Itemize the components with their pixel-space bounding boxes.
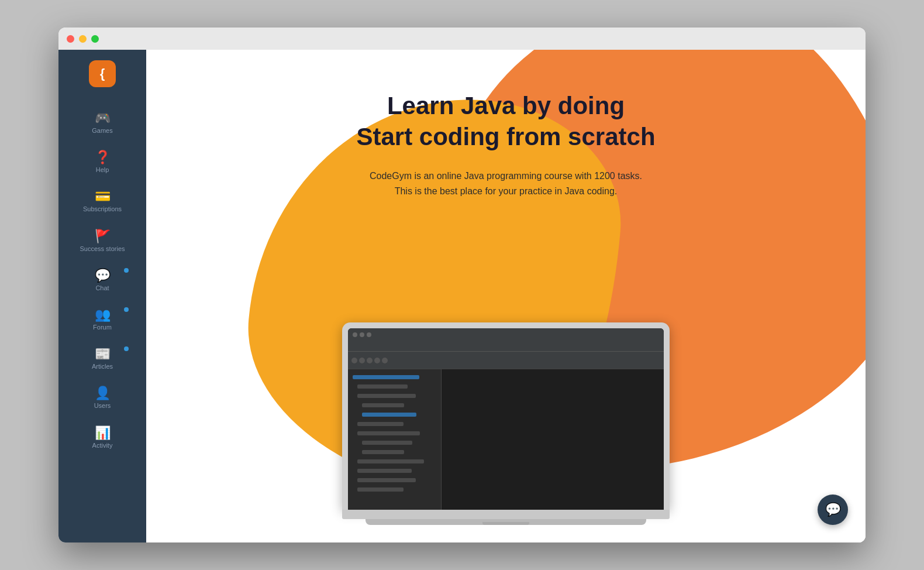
- ide-toolbar-icons: [351, 358, 388, 363]
- tree-item: [348, 429, 441, 437]
- ide-body: [348, 369, 664, 510]
- traffic-lights: [67, 35, 99, 43]
- sidebar-item-games[interactable]: 🎮 Games: [58, 104, 146, 143]
- ide-dot: [353, 332, 357, 337]
- hero-subtitle: CodeGym is an online Java programming co…: [146, 169, 866, 198]
- app-body: { 🎮 Games ❓ Help 💳 Subscriptions: [58, 50, 866, 542]
- articles-notification-dot: [124, 346, 129, 351]
- logo-area: {: [58, 50, 146, 98]
- sidebar-item-success-stories[interactable]: 🚩 Success stories: [58, 222, 146, 261]
- ide-toolbar-dot: [367, 358, 373, 363]
- ide-file-tree: [348, 369, 442, 510]
- hero-title-line2: Start coding from scratch: [356, 123, 655, 150]
- sidebar-item-label: Forum: [93, 324, 112, 331]
- activity-icon: 📊: [95, 427, 111, 439]
- ide-toolbar-dot: [359, 358, 365, 363]
- ide-toolbar-dot: [374, 358, 380, 363]
- laptop-bottom: [366, 519, 646, 525]
- chat-support-button[interactable]: 💬: [818, 495, 848, 525]
- chat-support-icon: 💬: [825, 502, 841, 517]
- hero-section: Learn Java by doing Start coding from sc…: [146, 91, 866, 198]
- tree-item: [348, 410, 441, 418]
- sidebar-item-label: Users: [94, 402, 111, 410]
- hero-subtitle-line2: This is the best place for your practice…: [395, 186, 618, 196]
- tree-item: [348, 476, 441, 484]
- sidebar-item-label: Articles: [92, 363, 113, 370]
- laptop-screen-inner: [348, 328, 664, 510]
- sidebar-item-label: Activity: [92, 442, 113, 449]
- sidebar-item-subscriptions[interactable]: 💳 Subscriptions: [58, 182, 146, 221]
- logo-badge[interactable]: {: [89, 60, 116, 87]
- tree-item: [348, 401, 441, 409]
- games-icon: 🎮: [95, 112, 111, 125]
- success-stories-icon: 🚩: [95, 230, 111, 243]
- laptop-screen-outer: [342, 322, 670, 510]
- minimize-button[interactable]: [79, 35, 87, 43]
- hero-title-line1: Learn Java by doing: [387, 92, 625, 119]
- sidebar-item-label: Help: [96, 166, 109, 174]
- chat-notification-dot: [124, 268, 129, 273]
- tree-item: [348, 373, 441, 381]
- ide-editor: [442, 369, 664, 510]
- ide-toolbar-dot: [351, 358, 357, 363]
- sidebar-item-label: Subscriptions: [83, 205, 122, 213]
- nav-items: 🎮 Games ❓ Help 💳 Subscriptions 🚩 Success…: [58, 98, 146, 458]
- ide-menu: [348, 341, 664, 352]
- subscriptions-icon: 💳: [95, 190, 111, 203]
- tree-item: [348, 420, 441, 428]
- tree-item: [348, 466, 441, 475]
- tree-item: [348, 448, 441, 456]
- hero-title: Learn Java by doing Start coding from sc…: [146, 91, 866, 152]
- sidebar-item-activity[interactable]: 📊 Activity: [58, 418, 146, 458]
- app-window: { 🎮 Games ❓ Help 💳 Subscriptions: [58, 28, 866, 542]
- sidebar-item-chat[interactable]: 💬 Chat: [58, 261, 146, 300]
- laptop-base: [342, 510, 670, 519]
- tree-item: [348, 485, 441, 493]
- ide-topbar: [348, 328, 664, 341]
- ide-toolbar: [348, 352, 664, 369]
- laptop-mockup: [342, 322, 670, 525]
- sidebar-item-forum[interactable]: 👥 Forum: [58, 300, 146, 339]
- tree-item: [348, 392, 441, 400]
- sidebar-item-label: Games: [92, 127, 112, 135]
- users-icon: 👤: [95, 387, 111, 400]
- ide-dot: [360, 332, 364, 337]
- help-icon: ❓: [95, 151, 111, 164]
- sidebar-item-help[interactable]: ❓ Help: [58, 143, 146, 182]
- forum-notification-dot: [124, 307, 129, 312]
- tree-item: [348, 438, 441, 447]
- sidebar-item-label: Success stories: [80, 245, 125, 253]
- sidebar-item-articles[interactable]: 📰 Articles: [58, 339, 146, 379]
- sidebar: { 🎮 Games ❓ Help 💳 Subscriptions: [58, 50, 146, 542]
- ide-toolbar-dot: [382, 358, 388, 363]
- tree-item: [348, 382, 441, 390]
- hero-subtitle-line1: CodeGym is an online Java programming co…: [370, 171, 642, 181]
- sidebar-item-users[interactable]: 👤 Users: [58, 379, 146, 418]
- sidebar-item-label: Chat: [95, 284, 109, 292]
- chat-icon: 💬: [95, 269, 111, 282]
- articles-icon: 📰: [95, 348, 111, 360]
- close-button[interactable]: [67, 35, 74, 43]
- forum-icon: 👥: [95, 308, 111, 321]
- ide-dot: [367, 332, 371, 337]
- main-content: Learn Java by doing Start coding from sc…: [146, 50, 866, 542]
- tree-item: [348, 457, 441, 465]
- titlebar: [58, 28, 866, 50]
- maximize-button[interactable]: [91, 35, 99, 43]
